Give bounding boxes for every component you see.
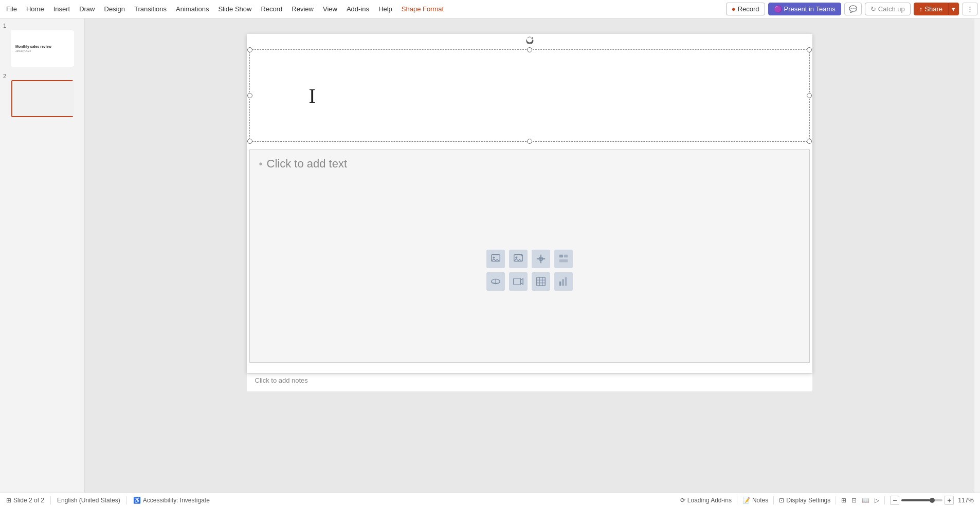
status-bar: ⊞ Slide 2 of 2 English (United States) ♿… (0, 493, 980, 507)
notes-label: Notes (752, 497, 768, 504)
view-slideshow[interactable]: ▷ (875, 497, 879, 504)
canvas-area[interactable]: I Click to add text (85, 18, 974, 493)
share-button[interactable]: ↑ Share (914, 3, 948, 15)
loading-addins-status[interactable]: ⟳ Loading Add-ins (680, 497, 732, 504)
menu-design[interactable]: Design (100, 3, 129, 15)
svg-rect-16 (562, 279, 564, 286)
record-icon: ● (732, 5, 736, 13)
insert-smartart-icon[interactable] (554, 250, 573, 268)
rotate-handle[interactable] (525, 35, 534, 46)
svg-rect-6 (564, 254, 567, 257)
display-icon: ⊡ (779, 497, 784, 504)
content-placeholder-text[interactable]: Click to add text (250, 150, 809, 178)
svg-rect-17 (565, 277, 567, 286)
share-caret-icon: ▾ (952, 5, 955, 13)
handle-br[interactable] (807, 139, 812, 144)
accessibility-text: Accessibility: Investigate (143, 497, 210, 504)
accessibility-status[interactable]: ♿ Accessibility: Investigate (133, 497, 210, 504)
language-status[interactable]: English (United States) (57, 497, 120, 504)
icon-row-2 (486, 272, 573, 291)
menu-help[interactable]: Help (374, 3, 396, 15)
status-right: ⟳ Loading Add-ins 📝 Notes ⊡ Display Sett… (680, 496, 974, 505)
notes-icon: 📝 (742, 497, 750, 504)
svg-rect-10 (536, 277, 545, 286)
language-text: English (United States) (57, 497, 120, 504)
menu-home[interactable]: Home (22, 3, 48, 15)
title-text-box[interactable]: I (249, 49, 810, 142)
menu-slideshow[interactable]: Slide Show (214, 3, 256, 15)
zoom-slider-thumb[interactable] (930, 498, 935, 503)
zoom-out-button[interactable]: − (890, 496, 899, 505)
notes-toggle[interactable]: 📝 Notes (742, 497, 768, 504)
zoom-level[interactable]: 117% (958, 497, 974, 504)
view-reading[interactable]: 📖 (862, 497, 869, 504)
zoom-slider[interactable] (901, 499, 942, 501)
slide-thumb-2[interactable] (11, 80, 73, 117)
menu-file[interactable]: File (2, 3, 21, 15)
insert-video-icon[interactable] (509, 272, 528, 291)
notes-area[interactable]: Click to add notes (247, 373, 812, 391)
menu-view[interactable]: View (319, 3, 341, 15)
menu-insert[interactable]: Insert (49, 3, 75, 15)
menu-review[interactable]: Review (287, 3, 318, 15)
slide-number-1: 1 (3, 23, 82, 29)
svg-rect-7 (559, 259, 568, 262)
divider-5 (836, 496, 836, 504)
menu-bar-left: File Home Insert Draw Design Transitions… (2, 3, 726, 15)
text-cursor: I (309, 84, 316, 108)
main-layout: 1 Monthly sales review January 2024 2 (0, 18, 980, 493)
icon-row-1 (486, 250, 573, 268)
zoom-slider-fill (901, 499, 930, 501)
menu-animations[interactable]: Animations (172, 3, 213, 15)
menu-draw[interactable]: Draw (75, 3, 99, 15)
zoom-in-button[interactable]: + (945, 496, 954, 505)
handle-bl[interactable] (247, 139, 252, 144)
view-normal[interactable]: ⊞ (841, 497, 846, 504)
status-left: ⊞ Slide 2 of 2 English (United States) ♿… (6, 496, 672, 504)
insert-picture-icon[interactable] (486, 250, 505, 268)
menu-addins[interactable]: Add-ins (342, 3, 373, 15)
slide-sorter-icon: ⊡ (851, 497, 857, 504)
comment-button[interactable]: 💬 (844, 3, 862, 15)
online-pictures-icon[interactable] (509, 250, 528, 268)
more-button[interactable]: ⋮ (962, 3, 978, 15)
catchup-button[interactable]: ↻ Catch up (865, 3, 911, 15)
slide-info[interactable]: ⊞ Slide 2 of 2 (6, 497, 44, 504)
handle-tr[interactable] (807, 47, 812, 52)
slide-1-title: Monthly sales review (15, 45, 51, 48)
notes-placeholder[interactable]: Click to add notes (255, 377, 308, 384)
menu-shape-format[interactable]: Shape Format (397, 3, 448, 15)
present-teams-button[interactable]: 🟣 Present in Teams (768, 3, 841, 15)
divider-6 (884, 496, 885, 504)
insert-3d-icon[interactable] (486, 272, 505, 291)
insert-table-icon[interactable] (532, 272, 550, 291)
divider-4 (773, 496, 774, 504)
svg-rect-9 (513, 278, 520, 285)
slide-number-2: 2 (3, 73, 82, 79)
display-settings-text: Display Settings (786, 497, 830, 504)
svg-rect-5 (559, 254, 562, 257)
rotate-icon (525, 35, 534, 44)
menu-bar: File Home Insert Draw Design Transitions… (0, 0, 980, 18)
handle-ml[interactable] (247, 93, 252, 98)
menu-transitions[interactable]: Transitions (130, 3, 171, 15)
slideshow-icon: ▷ (875, 497, 879, 504)
slide-thumb-1[interactable]: Monthly sales review January 2024 (11, 30, 73, 67)
handle-tl[interactable] (247, 47, 252, 52)
handle-mr[interactable] (807, 93, 812, 98)
slide-icon: ⊞ (6, 497, 11, 504)
slide-canvas[interactable]: I Click to add text (247, 34, 812, 373)
insert-chart-icon[interactable] (554, 272, 573, 291)
handle-bm[interactable] (527, 139, 532, 144)
content-box[interactable]: Click to add text (249, 149, 810, 363)
handle-tm[interactable] (527, 47, 532, 52)
teams-icon: 🟣 (774, 5, 782, 13)
view-slide-sorter[interactable]: ⊡ (851, 497, 857, 504)
slide-panel: 1 Monthly sales review January 2024 2 (0, 18, 85, 493)
insert-icons-icon[interactable] (532, 250, 550, 268)
slide-1-preview: Monthly sales review January 2024 (12, 31, 74, 66)
display-settings[interactable]: ⊡ Display Settings (779, 497, 830, 504)
record-button[interactable]: ● Record (726, 3, 765, 15)
share-caret-button[interactable]: ▾ (948, 3, 959, 15)
menu-record[interactable]: Record (257, 3, 286, 15)
